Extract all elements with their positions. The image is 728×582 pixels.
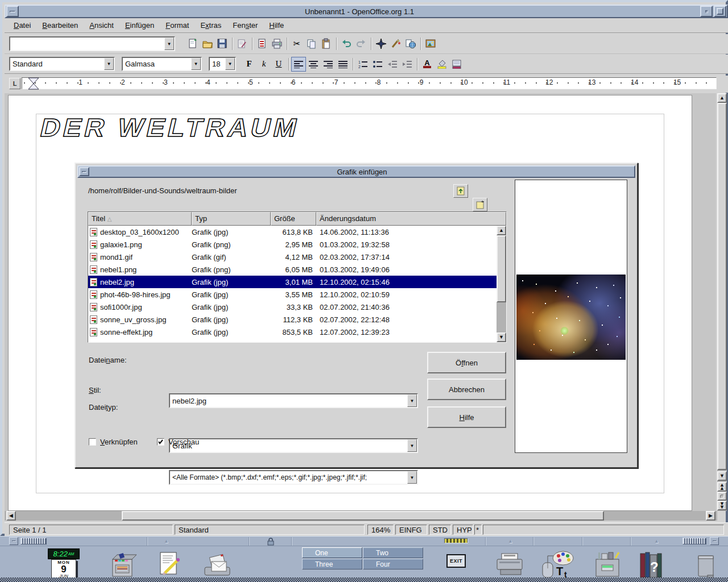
style-dropdown-arrow[interactable]: ▼ <box>407 439 417 452</box>
scroll-left-icon[interactable]: ◀ <box>6 511 16 521</box>
style-manager-icon[interactable]: Tt <box>539 549 576 580</box>
background-color-icon[interactable] <box>449 57 464 72</box>
lock-icon[interactable] <box>266 537 275 546</box>
url-combobox[interactable]: ▼ <box>9 36 175 51</box>
maximize-button[interactable] <box>714 6 726 17</box>
table-row[interactable]: phot-46b-98-hires.jpg Grafik (jpg) 3,55 … <box>88 288 497 301</box>
column-header-typ[interactable]: Typ <box>192 212 271 226</box>
column-header-groesse[interactable]: Größe <box>271 212 316 226</box>
copy-icon[interactable] <box>304 36 319 51</box>
subpanel-arrow-editor[interactable]: ▲ <box>164 538 169 544</box>
font-name-combobox[interactable]: Galmasa ▼ <box>122 57 202 71</box>
table-scrollbar[interactable]: ▲ ▼ <box>497 226 506 342</box>
indent-marker[interactable] <box>27 77 40 92</box>
vscroll-thumb[interactable] <box>717 103 727 470</box>
trash-icon[interactable] <box>693 550 718 580</box>
open-button[interactable]: Öffnen <box>427 352 506 373</box>
edit-file-icon[interactable] <box>235 36 250 51</box>
table-row[interactable]: sonne-effekt.jpg Grafik (jpg) 853,5 KB 1… <box>88 326 497 338</box>
table-row[interactable]: galaxie1.png Grafik (png) 2,95 MB 01.03.… <box>88 238 497 251</box>
table-row[interactable]: nebel2.jpg Grafik (jpg) 3,01 MB 12.10.20… <box>88 276 497 288</box>
bullet-list-icon[interactable] <box>370 57 385 72</box>
table-row[interactable]: sofi1000r.jpg Grafik (jpg) 33,3 KB 02.07… <box>88 301 497 313</box>
open-icon[interactable] <box>200 36 215 51</box>
file-manager-icon[interactable] <box>108 551 136 580</box>
table-row[interactable]: mond1.gif Grafik (gif) 4,12 MB 02.03.200… <box>88 251 497 263</box>
previous-page-button[interactable]: ▲▲ <box>717 482 727 492</box>
navigation-dot-button[interactable] <box>717 492 727 501</box>
menu-item[interactable]: Extras <box>195 20 227 31</box>
font-dropdown-arrow[interactable]: ▼ <box>191 58 201 70</box>
table-row[interactable]: sonne_uv_gross.jpg Grafik (jpg) 112,3 KB… <box>88 313 497 326</box>
new-document-icon[interactable] <box>185 36 200 51</box>
preview-checkbox-row[interactable]: Vorschau <box>157 438 199 446</box>
menu-item[interactable]: Ansicht <box>84 20 119 31</box>
scroll-down-icon[interactable]: ▼ <box>717 471 727 481</box>
menu-item[interactable]: Hilfe <box>263 20 289 31</box>
clock[interactable]: 8:22AM <box>48 548 80 559</box>
workspace-button[interactable]: Three <box>302 559 362 569</box>
window-menu-button[interactable] <box>6 6 19 17</box>
numbered-list-icon[interactable]: 12 <box>355 57 370 72</box>
status-insert-mode[interactable]: EINFG <box>395 525 427 535</box>
align-justify-icon[interactable] <box>336 57 350 72</box>
increase-indent-icon[interactable] <box>400 57 415 72</box>
dialog-menu-button[interactable] <box>79 167 89 176</box>
font-size-combobox[interactable]: 18 ▼ <box>209 57 236 71</box>
decrease-indent-icon[interactable] <box>385 57 400 72</box>
style-combobox[interactable]: Grafik ▼ <box>169 438 418 453</box>
link-checkbox[interactable] <box>89 438 96 446</box>
column-header-datum[interactable]: Änderungsdatum <box>316 212 506 226</box>
hscroll-thumb[interactable] <box>122 511 604 521</box>
workspace-button[interactable]: One <box>302 547 362 558</box>
workspace-button[interactable]: Four <box>363 559 423 569</box>
help-icon[interactable]: ? <box>637 550 664 580</box>
panel-handle-left[interactable] <box>20 538 47 544</box>
help-button[interactable]: Hilfe <box>427 406 506 428</box>
print-icon[interactable] <box>270 36 284 51</box>
stylist-icon[interactable] <box>388 36 403 51</box>
create-new-directory-button[interactable] <box>473 198 487 211</box>
status-page-style[interactable]: Standard <box>175 525 365 535</box>
table-scroll-thumb[interactable] <box>497 235 506 302</box>
minimize-button[interactable] <box>700 6 713 17</box>
subpanel-arrow-printer[interactable]: ▲ <box>508 538 513 544</box>
dialog-title-bar[interactable]: Grafik einfügen <box>77 165 635 178</box>
menu-item[interactable]: Bearbeiten <box>36 20 84 31</box>
align-right-icon[interactable] <box>321 57 336 72</box>
tab-type-button[interactable]: L <box>9 78 20 89</box>
save-icon[interactable] <box>215 36 230 51</box>
workspace-button[interactable]: Two <box>363 547 423 558</box>
scroll-up-icon[interactable]: ▲ <box>717 93 727 103</box>
filetype-dropdown-arrow[interactable]: ▼ <box>407 471 417 484</box>
url-dropdown-arrow[interactable]: ▼ <box>164 38 174 50</box>
table-row[interactable]: desktop_03_1600x1200 Grafik (jpg) 613,8 … <box>88 226 497 238</box>
cancel-button[interactable]: Abbrechen <box>427 379 506 400</box>
filename-combobox[interactable]: nebel2.jpg ▼ <box>169 393 418 408</box>
preview-checkbox[interactable] <box>157 438 164 446</box>
underline-icon[interactable]: U <box>271 57 286 72</box>
panel-handle-right[interactable] <box>682 538 706 544</box>
ruler[interactable]: L 123456789101112131415 <box>5 76 728 93</box>
column-header-titel[interactable]: Titel △ <box>88 212 192 226</box>
undo-icon[interactable] <box>339 36 354 51</box>
cut-icon[interactable]: ✂ <box>289 36 304 51</box>
navigator-icon[interactable] <box>374 36 388 51</box>
menu-item[interactable]: Fenster <box>227 20 263 31</box>
status-selection-mode[interactable]: STD <box>429 525 451 535</box>
application-manager-icon[interactable] <box>592 550 623 580</box>
menu-item[interactable]: Datei <box>8 20 36 31</box>
table-row[interactable]: nebel1.png Grafik (png) 6,05 MB 01.03.20… <box>88 263 497 276</box>
text-editor-icon[interactable] <box>157 550 184 580</box>
status-zoom[interactable]: 164% <box>367 525 394 535</box>
align-left-icon[interactable] <box>291 57 306 72</box>
menu-item[interactable]: Einfügen <box>119 20 160 31</box>
menu-item[interactable]: Format <box>160 20 195 31</box>
redo-icon[interactable] <box>354 36 369 51</box>
mail-icon[interactable] <box>202 551 232 579</box>
paste-icon[interactable] <box>319 36 334 51</box>
panel-minimize-button[interactable] <box>9 537 18 545</box>
scroll-right-icon[interactable]: ▶ <box>706 511 715 521</box>
gallery-icon[interactable] <box>423 36 438 51</box>
font-color-icon[interactable]: A <box>420 57 435 72</box>
